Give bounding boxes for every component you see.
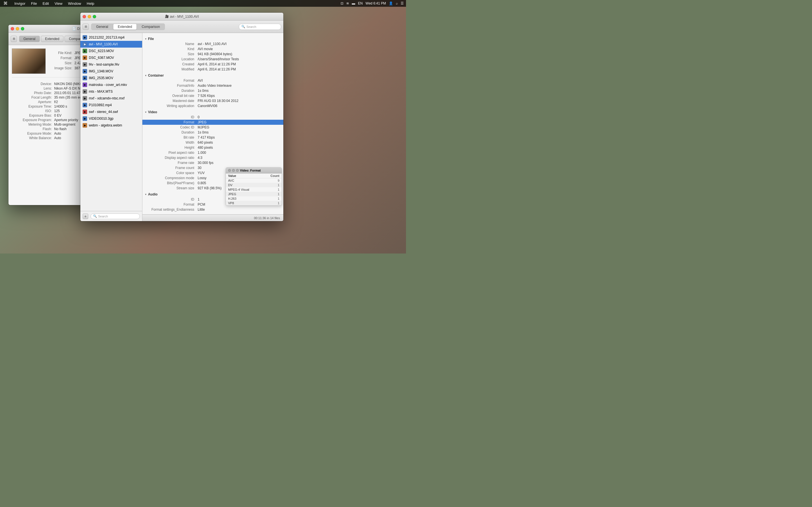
exif-exposure-bias-label: Exposure Bias: — [12, 114, 54, 117]
sidebar-item-name: DSC_6367.MOV — [89, 56, 114, 60]
row-value: 7 417 Kbps — [198, 135, 279, 139]
app-name[interactable]: Invigor — [13, 1, 27, 6]
avi-titlebar: 🎥 avi - MVI_1100.AVI — [80, 13, 283, 20]
row-label: Color space — [147, 171, 198, 175]
row-label: Size — [147, 52, 198, 56]
avi-tab-general[interactable]: General — [92, 24, 113, 30]
sidebar-item-name: mxf - xdcamdv-ntsc.mxf — [89, 96, 124, 100]
sidebar-item-name: DSC_6223.MOV — [89, 49, 114, 53]
exif-flash-label: Flash: — [12, 127, 54, 131]
sidebar-item-name: P1010892.mp4 — [89, 103, 112, 107]
menubar-battery-icon: ▬ — [352, 1, 355, 5]
sidebar-item[interactable]: ▶webm - algebra.webm — [80, 122, 142, 129]
sidebar-item-icon: ▶ — [83, 89, 87, 94]
table-row: Width640 pixels — [142, 140, 283, 145]
menubar-wifi-icon: ≋ — [346, 1, 349, 5]
menubar-language: EN — [358, 1, 363, 5]
sidebar-item[interactable]: ▶mxf - xdcamdv-ntsc.mxf — [80, 95, 142, 102]
row-label: Stream size — [147, 186, 198, 190]
sidebar-item[interactable]: ▶IMG_2535.MOV — [80, 75, 142, 81]
popup-title-bar: Video: Format — [226, 168, 282, 173]
sidebar-item[interactable]: ▶mts - MAX.MTS — [80, 88, 142, 95]
popup-minimize[interactable] — [232, 169, 235, 172]
row-label: Bit rate — [147, 135, 198, 139]
avi-sidebar: ▶20121202_201713.mp4▶avi - MVI_1100.AVI▶… — [80, 33, 142, 221]
menu-help[interactable]: Help — [86, 1, 96, 6]
sidebar-item-icon: ▶ — [83, 49, 87, 53]
close-button[interactable] — [11, 27, 14, 31]
avi-tab-extended[interactable]: Extended — [113, 24, 137, 30]
add-file-button[interactable]: + — [83, 214, 88, 219]
sidebar-item[interactable]: ▶IMG_1348.MOV — [80, 68, 142, 75]
table-row: KindAVI movie — [142, 47, 283, 52]
sidebar-item[interactable]: ▶avi - MVI_1100.AVI — [80, 41, 142, 48]
table-row: Size941 KB (940804 bytes) — [142, 52, 283, 57]
format-label: Format: — [49, 56, 74, 60]
avi-title-text: avi - MVI_1100.AVI — [170, 15, 199, 18]
table-row: FormatAVI — [142, 78, 283, 83]
sidebar-bottom: + 🔍 Search — [80, 211, 142, 221]
avi-tab-comparison[interactable]: Comparison — [137, 24, 164, 30]
avi-maximize-button[interactable] — [93, 15, 96, 18]
table-row: Codec IDMJPEG — [142, 125, 283, 130]
row-label: Writing application — [147, 104, 198, 108]
table-row: Location/Users/Shared/Invisor Tests — [142, 57, 283, 62]
info-pane-button[interactable]: ⊞ — [11, 36, 17, 42]
maximize-button[interactable] — [21, 27, 24, 31]
popup-data-row: H.2631 — [226, 196, 282, 201]
avi-traffic-lights — [83, 15, 96, 18]
sidebar-item-icon: ▶ — [83, 116, 87, 121]
sidebar-search-box[interactable]: 🔍 Search — [91, 214, 140, 219]
apple-menu[interactable]: ⌘ — [2, 1, 9, 6]
menubar-search-icon[interactable]: ⌕ — [396, 1, 398, 5]
menu-edit[interactable]: Edit — [42, 1, 50, 6]
exif-aperture-label: Aperture: — [12, 100, 54, 104]
table-row: Mastered dateFRI AUG 03 18:30:04 2012 — [142, 98, 283, 103]
menu-file[interactable]: File — [30, 1, 38, 6]
video-section-title: Video — [148, 110, 157, 114]
exif-device-label: Device: — [12, 82, 54, 86]
file-triangle-icon: ▼ — [145, 38, 147, 40]
avi-minimize-button[interactable] — [88, 15, 91, 18]
sidebar-item[interactable]: ▶P1010892.mp4 — [80, 102, 142, 108]
avi-info-pane-button[interactable]: ⊞ — [83, 24, 89, 30]
sidebar-item[interactable]: ▶DSC_6367.MOV — [80, 54, 142, 61]
popup-maximize[interactable] — [236, 169, 239, 172]
sidebar-item[interactable]: ▶matroska - cover_art.mkv — [80, 81, 142, 88]
popup-count: 1 — [268, 192, 280, 196]
sidebar-item-name: f4v - test-sample.f4v — [89, 62, 119, 66]
sidebar-item[interactable]: ▶20121202_201713.mp4 — [80, 34, 142, 41]
kind-label: File Kind: — [49, 51, 74, 55]
tab-general[interactable]: General — [19, 36, 40, 42]
audio-triangle-icon: ▼ — [145, 193, 147, 196]
sidebar-item-icon: ▶ — [83, 103, 87, 107]
exif-exposure-time-label: Exposure Time: — [12, 105, 54, 108]
popup-count: 1 — [268, 197, 280, 200]
sidebar-item[interactable]: ▶swf - stereo_44.swf — [80, 108, 142, 115]
jpeg-file-icon: 📄 — [72, 27, 76, 31]
sidebar-item[interactable]: ▶DSC_6223.MOV — [80, 48, 142, 54]
menu-window[interactable]: Window — [67, 1, 82, 6]
sidebar-item-icon: ▶ — [83, 96, 87, 101]
status-bar: 00:11:36 in 14 files — [142, 214, 283, 221]
sidebar-item-icon: ▶ — [83, 35, 87, 40]
table-row: Overall bit rate7 526 Kbps — [142, 93, 283, 98]
window-avi: 🎥 avi - MVI_1100.AVI ⊞ General Extended … — [80, 13, 283, 221]
row-label: Created — [147, 62, 198, 66]
popup-close[interactable] — [228, 169, 231, 172]
avi-close-button[interactable] — [83, 15, 86, 18]
tab-extended[interactable]: Extended — [41, 36, 64, 42]
sidebar-item[interactable]: ▶f4v - test-sample.f4v — [80, 61, 142, 68]
avi-search-box[interactable]: 🔍 Search — [239, 24, 281, 30]
thumbnail-image — [12, 49, 45, 73]
avi-tab-group: General Extended Comparison — [91, 23, 165, 30]
menubar-clock: Wed 6:41 PM — [366, 1, 386, 5]
popup-table: Value Count AVC9DV1MPEG-4 Visual1JPEG1H.… — [226, 173, 282, 205]
sidebar-item[interactable]: ▶VIDEO0010.3gp — [80, 115, 142, 122]
menu-view[interactable]: View — [53, 1, 63, 6]
exif-metering-mode-label: Metering Mode: — [12, 122, 54, 126]
minimize-button[interactable] — [16, 27, 19, 31]
video-triangle-icon: ▼ — [145, 111, 147, 114]
menubar-list-icon[interactable]: ☰ — [401, 1, 404, 5]
row-label: Duration — [147, 130, 198, 134]
